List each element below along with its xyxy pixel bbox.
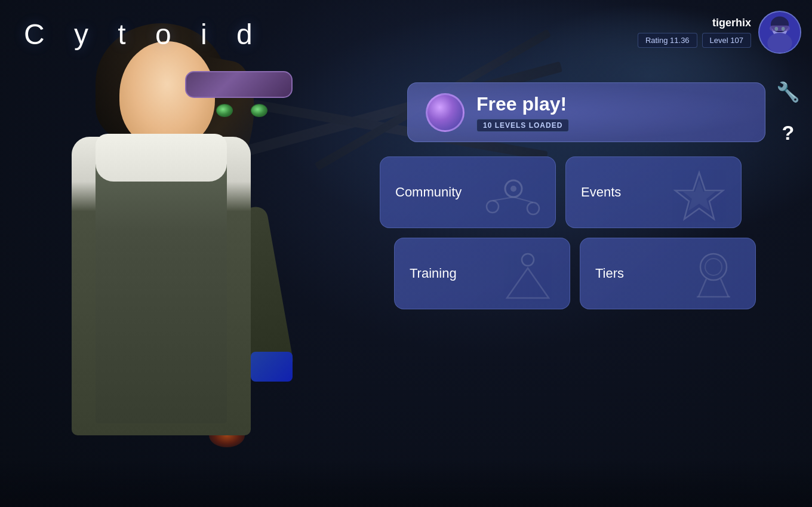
training-button[interactable]: Training (394, 238, 570, 309)
free-play-text: Free play! 10 LEVELS LOADED (476, 93, 569, 132)
svg-point-18 (705, 259, 722, 275)
second-row: Community Events (380, 156, 802, 228)
community-label: Community (395, 185, 462, 200)
training-label: Training (410, 266, 457, 281)
svg-line-20 (721, 279, 728, 297)
character-figure (36, 41, 299, 507)
avatar[interactable] (758, 11, 801, 54)
settings-col: 🔧 ? (774, 78, 802, 147)
wrench-icon: 🔧 (776, 81, 800, 103)
training-icon (495, 249, 561, 303)
svg-point-9 (527, 202, 539, 214)
community-svg (481, 168, 546, 222)
game-title-area: C y t o i d (24, 18, 263, 51)
user-panel: tigerhix Rating 11.36 Level 107 (638, 11, 801, 54)
free-play-row: Free play! 10 LEVELS LOADED 🔧 ? (407, 78, 802, 147)
events-button[interactable]: Events (565, 156, 742, 228)
svg-line-19 (699, 279, 706, 297)
third-row: Training Tiers (394, 238, 802, 309)
avatar-image (759, 11, 800, 54)
svg-rect-6 (770, 26, 790, 31)
username: tigerhix (638, 17, 751, 29)
settings-button[interactable]: 🔧 (774, 78, 802, 106)
help-button[interactable]: ? (774, 118, 802, 147)
menu-grid-bottom: Training Tiers (394, 238, 756, 309)
user-info: tigerhix Rating 11.36 Level 107 (638, 17, 751, 48)
training-svg (495, 249, 561, 303)
question-icon: ? (782, 121, 795, 145)
char-eye-left (216, 104, 233, 117)
char-eye-right (251, 104, 267, 117)
community-button[interactable]: Community (380, 156, 556, 228)
free-play-button[interactable]: Free play! 10 LEVELS LOADED (407, 82, 765, 142)
svg-marker-16 (507, 268, 549, 298)
svg-point-8 (487, 201, 499, 213)
level-badge: Level 107 (702, 33, 751, 48)
char-scarf (96, 134, 227, 182)
events-label: Events (581, 185, 621, 200)
tiers-button[interactable]: Tiers (580, 238, 756, 309)
main-menu: Free play! 10 LEVELS LOADED 🔧 ? Communit… (380, 78, 802, 309)
free-play-orb (426, 93, 465, 132)
char-body (72, 137, 251, 435)
character-area (0, 17, 334, 507)
community-icon (481, 168, 546, 222)
menu-grid-top: Community Events (380, 156, 756, 228)
tiers-svg (681, 249, 746, 303)
free-play-title: Free play! (476, 93, 569, 115)
svg-point-3 (767, 33, 792, 53)
svg-point-15 (522, 254, 534, 266)
user-stats: Rating 11.36 Level 107 (638, 33, 751, 48)
avatar-inner (759, 12, 800, 53)
svg-line-10 (493, 197, 513, 201)
svg-line-11 (513, 197, 533, 202)
char-head (119, 41, 215, 149)
events-icon (666, 168, 732, 222)
char-eyes (200, 104, 284, 119)
rating-badge: Rating 11.36 (638, 33, 697, 48)
svg-point-17 (700, 254, 727, 280)
tiers-icon (681, 249, 746, 303)
tiers-label: Tiers (595, 266, 624, 281)
char-gun (251, 352, 293, 382)
free-play-subtitle: 10 LEVELS LOADED (476, 119, 569, 132)
char-goggles (185, 71, 293, 98)
game-title: C y t o i d (24, 18, 263, 51)
events-svg (666, 168, 732, 222)
svg-point-12 (510, 186, 516, 192)
